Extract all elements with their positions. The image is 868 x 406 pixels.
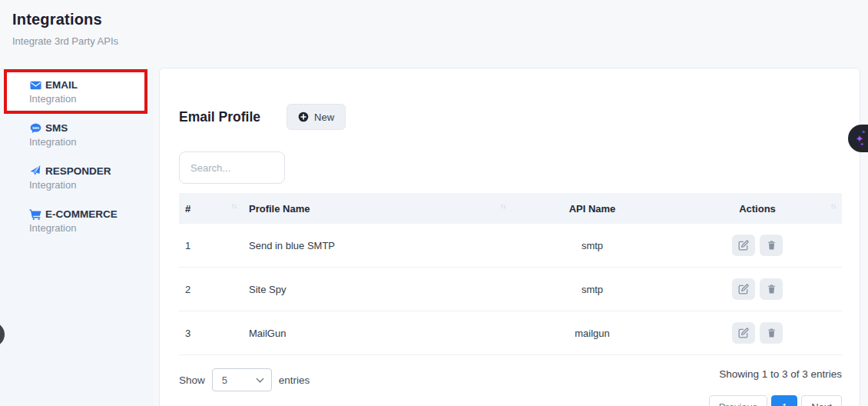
shopping-cart-icon xyxy=(29,209,41,220)
email-profile-table: # ↑↓ Profile Name ↑↓ API Name Actions ↑↓… xyxy=(179,193,842,355)
cell-api-name: smtp xyxy=(512,224,673,268)
showing-entries-text: Showing 1 to 3 of 3 entries xyxy=(719,368,842,381)
trash-icon xyxy=(767,328,777,338)
column-header-actions[interactable]: Actions ↑↓ xyxy=(673,193,842,224)
search-input[interactable] xyxy=(179,151,285,184)
column-header-api-name[interactable]: API Name xyxy=(512,193,673,224)
cell-api-name: mailgun xyxy=(512,311,673,355)
integration-sidebar: EMAIL Integration SMS SMS Integration RE… xyxy=(0,68,154,406)
sidebar-item-sublabel: Integration xyxy=(29,136,140,148)
cell-api-name: smtp xyxy=(512,268,673,311)
svg-text:SMS: SMS xyxy=(32,125,39,129)
sort-icon[interactable]: ↑↓ xyxy=(830,202,836,210)
sort-icon[interactable]: ↑↓ xyxy=(500,202,505,210)
cell-profile-name: Send in blue SMTP xyxy=(243,224,512,268)
page-size-select[interactable]: 5 xyxy=(212,368,272,391)
table-header-row: # ↑↓ Profile Name ↑↓ API Name Actions ↑↓ xyxy=(179,193,842,224)
show-label: Show xyxy=(179,374,205,386)
cell-num: 1 xyxy=(179,224,243,268)
page-header: Integrations Integrate 3rd Party APIs xyxy=(12,11,118,47)
sidebar-item-sublabel: Integration xyxy=(29,222,140,234)
sidebar-item-label: RESPONDER xyxy=(45,165,111,177)
edit-pencil-icon xyxy=(738,328,749,338)
sidebar-item-label: EMAIL xyxy=(45,79,78,91)
column-header-num[interactable]: # ↑↓ xyxy=(179,193,243,224)
page-title: Integrations xyxy=(12,11,118,28)
next-page-button[interactable]: Next xyxy=(801,395,842,406)
edit-pencil-icon xyxy=(738,284,749,295)
plus-circle-icon xyxy=(298,111,309,122)
cell-profile-name: Site Spy xyxy=(243,268,512,311)
sort-icon[interactable]: ↑↓ xyxy=(231,202,237,210)
sms-bubble-icon: SMS xyxy=(29,123,41,134)
edit-button[interactable] xyxy=(732,278,755,300)
new-button-label: New xyxy=(314,111,334,123)
edit-button[interactable] xyxy=(732,322,755,344)
pagination: Previous 1 Next xyxy=(709,395,842,406)
delete-button[interactable] xyxy=(760,278,783,300)
cell-num: 2 xyxy=(179,268,243,311)
edit-pencil-icon xyxy=(738,240,749,251)
table-row: 3 MailGun mailgun xyxy=(179,311,842,355)
table-row: 1 Send in blue SMTP smtp xyxy=(179,224,842,268)
sidebar-item-ecommerce[interactable]: E-COMMERCE Integration xyxy=(6,203,144,239)
card-title: Email Profile xyxy=(179,109,260,125)
table-row: 2 Site Spy smtp xyxy=(179,268,842,311)
previous-page-button[interactable]: Previous xyxy=(709,395,768,406)
sidebar-item-label: E-COMMERCE xyxy=(45,208,118,220)
sparkle-icon: ✦ xyxy=(860,141,864,148)
sidebar-item-sublabel: Integration xyxy=(29,93,140,105)
edit-button[interactable] xyxy=(732,235,755,256)
table-footer: Show 5 entries Showing 1 to 3 of 3 entri… xyxy=(179,368,842,406)
trash-icon xyxy=(767,240,777,251)
sparkle-icon: ✦ xyxy=(861,129,866,135)
sidebar-item-label: SMS xyxy=(45,122,68,134)
entries-label: entries xyxy=(279,374,310,386)
trash-icon xyxy=(767,284,777,295)
cell-num: 3 xyxy=(179,311,243,355)
cell-profile-name: MailGun xyxy=(243,311,512,355)
column-header-profile-name[interactable]: Profile Name ↑↓ xyxy=(243,193,512,224)
delete-button[interactable] xyxy=(760,235,783,256)
sidebar-item-responder[interactable]: RESPONDER Integration xyxy=(6,160,144,196)
envelope-icon xyxy=(29,81,41,90)
sidebar-item-sublabel: Integration xyxy=(29,179,140,191)
sidebar-item-sms[interactable]: SMS SMS Integration xyxy=(6,117,144,153)
delete-button[interactable] xyxy=(760,322,783,344)
new-profile-button[interactable]: New xyxy=(287,104,346,130)
sidebar-item-email[interactable]: EMAIL Integration xyxy=(6,74,144,110)
page-subtitle: Integrate 3rd Party APIs xyxy=(12,35,118,47)
paper-plane-icon xyxy=(29,166,41,176)
email-profile-card: Email Profile New # ↑↓ Profile Name ↑↓ xyxy=(159,68,860,406)
page-number-button[interactable]: 1 xyxy=(771,395,797,406)
